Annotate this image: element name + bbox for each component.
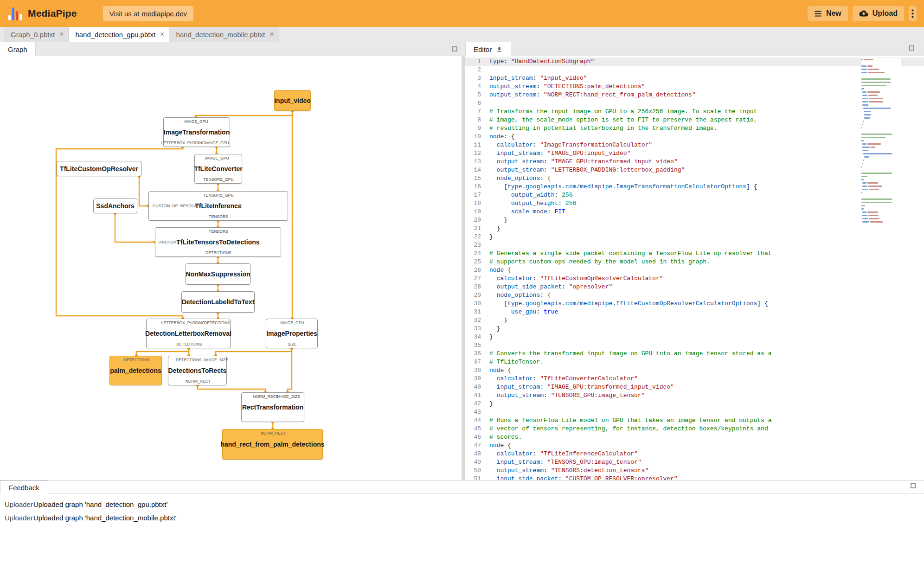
file-tab-hand_detection_mobile.pbtxt[interactable]: hand_detection_mobile.pbtxt× (169, 27, 279, 42)
file-tab-label: hand_detection_mobile.pbtxt (176, 31, 265, 38)
code-line-10[interactable]: 10node: { (465, 133, 924, 141)
code-line-46[interactable]: 46# scores. (465, 433, 924, 442)
minimap-line (861, 129, 901, 133)
line-number: 44 (465, 416, 489, 425)
editor-tab[interactable]: Editor (465, 42, 511, 56)
graph-tab[interactable]: Graph (0, 42, 36, 56)
code-line-6[interactable]: 6 (465, 99, 924, 108)
code-line-31[interactable]: 31 use_gpu: true (465, 308, 924, 316)
code-line-22[interactable]: 22} (465, 233, 924, 241)
code-line-14[interactable]: 14 output_stream: "LETTERBOX_PADDING:let… (465, 166, 924, 174)
code-line-23[interactable]: 23 (465, 241, 924, 250)
graph-node-NonMaxSuppression[interactable]: NonMaxSuppression (186, 263, 250, 285)
code-line-44[interactable]: 44# Runs a TensorFlow Lite model on GPU … (465, 416, 924, 425)
close-tab-icon[interactable]: × (270, 31, 274, 38)
new-button[interactable]: New (808, 6, 848, 21)
graph-node-DetectionsToRects[interactable]: DetectionsToRectsDETECTIONSIMAGE_SIZENOR… (168, 356, 227, 385)
code-line-50[interactable]: 50 output_stream: "TENSORS:detection_ten… (465, 467, 924, 475)
code-line-34[interactable]: 34} (465, 333, 924, 341)
line-number: 16 (465, 183, 489, 191)
graph-node-TfLiteTensorsToDetections[interactable]: TfLiteTensorsToDetectionsTENSORSDETECTIO… (155, 227, 281, 257)
code-line-3[interactable]: 3input_stream: "input_video" (465, 74, 924, 83)
upload-button[interactable]: Upload (853, 6, 904, 21)
graph-node-RectTransformation[interactable]: RectTransformationNORM_RECTIMAGE_SIZE (241, 392, 304, 422)
minimap-line (861, 175, 901, 178)
code-line-19[interactable]: 19 scale_mode: FIT (465, 208, 924, 216)
file-tab-Graph_0.pbtxt[interactable]: Graph_0.pbtxt× (4, 27, 69, 42)
code-line-48[interactable]: 48 calculator: "TfLiteInferenceCalculato… (465, 450, 924, 458)
code-line-20[interactable]: 20 } (465, 216, 924, 224)
minimap-mark (861, 205, 865, 206)
graph-node-SsdAnchors[interactable]: SsdAnchors (93, 198, 137, 213)
code-line-24[interactable]: 24# Generates a single side packet conta… (465, 250, 924, 258)
file-tab-bar: Graph_0.pbtxt×hand_detection_gpu.pbtxt×h… (0, 27, 924, 42)
code-line-41[interactable]: 41 output_stream: "TENSORS_GPU:image_ten… (465, 391, 924, 400)
code-line-38[interactable]: 38node { (465, 366, 924, 375)
code-line-15[interactable]: 15 node_options: { (465, 174, 924, 183)
graph-canvas[interactable]: input_videoImageTransformationIMAGE_GPUL… (0, 56, 462, 480)
line-text: node: { (489, 133, 515, 141)
code-line-7[interactable]: 7# Transforms the input image on GPU to … (465, 108, 924, 116)
graph-node-hand_rect_from_palm_detections[interactable]: hand_rect_from_palm_detectionsNORM_RECT (222, 429, 323, 460)
mediapipe-dev-link[interactable]: mediapipe.dev (141, 10, 187, 18)
minimap-mark (862, 189, 868, 190)
graph-node-DetectionLabelIdToText[interactable]: DetectionLabelIdToText (181, 291, 255, 313)
code-line-13[interactable]: 13 output_stream: "IMAGE_GPU:transformed… (465, 158, 924, 166)
graph-node-input_video[interactable]: input_video (274, 90, 311, 111)
code-line-51[interactable]: 51 input_side_packet: "CUSTOM_OP_RESOLVE… (465, 475, 924, 480)
line-text: output_stream: "TENSORS:detection_tensor… (489, 467, 648, 475)
file-tab-hand_detection_gpu.pbtxt[interactable]: hand_detection_gpu.pbtxt× (69, 27, 169, 42)
minimap-mark (871, 147, 875, 148)
code-line-37[interactable]: 37# TfLiteTensor. (465, 358, 924, 366)
editor-minimap[interactable] (861, 58, 901, 224)
code-line-18[interactable]: 18 output_height: 256 (465, 199, 924, 208)
code-line-12[interactable]: 12 input_stream: "IMAGE_GPU:input_video" (465, 149, 924, 158)
code-line-45[interactable]: 45# vector of tensors representing, for … (465, 425, 924, 433)
code-line-39[interactable]: 39 calculator: "TfLiteConverterCalculato… (465, 375, 924, 383)
code-line-26[interactable]: 26node { (465, 266, 924, 275)
code-line-49[interactable]: 49 input_stream: "TENSORS_GPU:image_tens… (465, 458, 924, 467)
graph-edge (216, 348, 292, 356)
graph-expand-icon[interactable] (452, 46, 457, 51)
code-line-43[interactable]: 43 (465, 408, 924, 416)
graph-node-palm_detections[interactable]: palm_detectionsDETECTIONS (109, 356, 162, 385)
code-line-40[interactable]: 40 input_stream: "IMAGE_GPU:transformed_… (465, 383, 924, 391)
graph-node-ImageProperties[interactable]: ImagePropertiesIMAGE_GPUSIZE (266, 319, 318, 348)
code-line-8[interactable]: 8# image, the scale_mode option is set t… (465, 116, 924, 124)
feedback-tab[interactable]: Feedback (0, 480, 48, 494)
code-line-16[interactable]: 16 [type.googleapis.com/mediapipe.ImageT… (465, 183, 924, 191)
code-line-33[interactable]: 33 } (465, 325, 924, 333)
graph-node-TfLiteCustomOpResolver[interactable]: TfLiteCustomOpResolver (57, 161, 141, 176)
code-line-36[interactable]: 36# Converts the transformed input image… (465, 350, 924, 358)
code-line-2[interactable]: 2 (465, 66, 924, 74)
code-line-35[interactable]: 35 (465, 341, 924, 350)
code-line-25[interactable]: 25# supports custom ops needed by the mo… (465, 258, 924, 266)
code-line-1[interactable]: 1type: "HandDetectionSubgraph" (465, 58, 924, 66)
line-number: 47 (465, 442, 489, 450)
code-editor[interactable]: 1type: "HandDetectionSubgraph"23input_st… (465, 56, 924, 480)
code-line-4[interactable]: 4output_stream: "DETECTIONS:palm_detecti… (465, 83, 924, 91)
more-options-kebab-button[interactable] (909, 6, 917, 21)
code-line-21[interactable]: 21 } (465, 224, 924, 233)
code-line-28[interactable]: 28 output_side_packet: "opresolver" (465, 283, 924, 291)
code-line-42[interactable]: 42} (465, 400, 924, 408)
editor-expand-icon[interactable] (909, 45, 914, 51)
feedback-expand-icon[interactable] (911, 483, 916, 488)
code-line-27[interactable]: 27 calculator: "TfLiteCustomOpResolverCa… (465, 275, 924, 283)
close-tab-icon[interactable]: × (160, 31, 164, 38)
graph-node-TfLiteConverter[interactable]: TfLiteConverterIMAGE_GPUTENSORS_GPU (194, 154, 242, 184)
code-line-47[interactable]: 47node { (465, 442, 924, 450)
code-line-32[interactable]: 32 } (465, 316, 924, 325)
code-line-11[interactable]: 11 calculator: "ImageTransformationCalcu… (465, 141, 924, 149)
code-line-9[interactable]: 9# resulting in potential letterboxing i… (465, 124, 924, 133)
graph-node-label: TfLiteTensorsToDetections (176, 238, 259, 246)
code-line-17[interactable]: 17 output_width: 256 (465, 191, 924, 199)
graph-node-ImageTransformation[interactable]: ImageTransformationIMAGE_GPULETTERBOX_PA… (163, 117, 230, 147)
code-line-30[interactable]: 30 [type.googleapis.com/mediapipe.TfLite… (465, 300, 924, 308)
download-icon[interactable] (496, 46, 503, 53)
code-line-5[interactable]: 5output_stream: "NORM_RECT:hand_rect_fro… (465, 91, 924, 99)
code-line-29[interactable]: 29 node_options: { (465, 291, 924, 300)
close-tab-icon[interactable]: × (59, 31, 64, 38)
graph-node-TfLiteInference[interactable]: TfLiteInferenceTENSORS_GPUTENSORSCUSTOM_… (148, 191, 288, 221)
graph-node-DetectionLetterboxRemoval[interactable]: DetectionLetterboxRemovalLETTERBOX_PADDI… (146, 319, 231, 348)
